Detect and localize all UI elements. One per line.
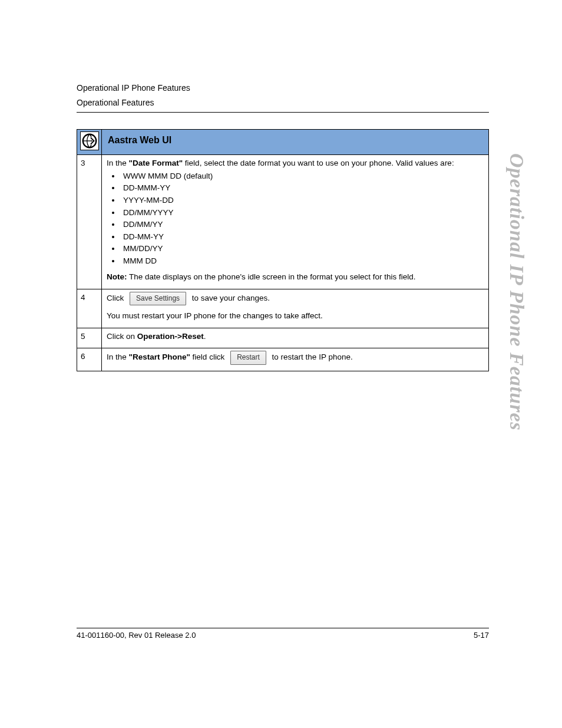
step-number: 5 xyxy=(77,328,102,348)
page-footer: 41-001160-00, Rev 01 Release 2.0 5-17 xyxy=(77,628,489,640)
table-row: 3 In the "Date Format" field, select the… xyxy=(77,155,489,289)
table-row: 5 Click on Operation->Reset. xyxy=(77,328,489,348)
running-header-line2: Operational Features xyxy=(77,97,489,108)
step5-pre: Click on xyxy=(107,332,137,341)
date-format-list: WWW MMM DD (default) DD-MMM-YY YYYY-MM-D… xyxy=(107,170,484,267)
step6-post: to restart the IP phone. xyxy=(272,353,353,362)
step6-bold: "Restart Phone" xyxy=(129,353,190,362)
table-title: Aastra Web UI xyxy=(102,129,489,155)
footer-rule xyxy=(77,628,489,628)
save-settings-button[interactable]: Save Settings xyxy=(130,292,186,305)
step3-intro-post: field, select the date format you want t… xyxy=(183,159,454,167)
restart-button[interactable]: Restart xyxy=(230,351,266,364)
step3-intro-bold: "Date Format" xyxy=(129,159,183,167)
procedure-table: Aastra Web UI 3 In the "Date Format" fie… xyxy=(77,129,489,371)
side-chapter-title: Operational IP Phone Features xyxy=(505,153,528,431)
header-icon-cell xyxy=(77,129,102,155)
step3-intro-pre: In the xyxy=(107,159,129,167)
footer-right: 5-17 xyxy=(474,631,489,640)
list-item: DD/MM/YYYY xyxy=(121,207,484,219)
list-item: MM/DD/YY xyxy=(121,243,484,255)
list-item: DD-MMM-YY xyxy=(121,182,484,194)
list-item: DD/MM/YY xyxy=(121,219,484,230)
table-row: 6 In the "Restart Phone" field click Res… xyxy=(77,348,489,371)
step6-mid: field click xyxy=(190,353,225,362)
step4-click-label: Click xyxy=(107,294,124,302)
step-content: Click on Operation->Reset. xyxy=(102,328,489,348)
globe-arrow-icon xyxy=(80,131,99,150)
list-item: WWW MMM DD (default) xyxy=(121,170,484,182)
note-text: The date displays on the phone's idle sc… xyxy=(127,272,416,281)
step4-restart-note: You must restart your IP phone for the c… xyxy=(107,310,484,322)
step-number: 3 xyxy=(77,155,102,289)
header-rule xyxy=(77,112,489,113)
table-header-row: Aastra Web UI xyxy=(77,129,489,155)
step-number: 6 xyxy=(77,348,102,371)
footer-left: 41-001160-00, Rev 01 Release 2.0 xyxy=(77,631,196,640)
step-content: In the "Date Format" field, select the d… xyxy=(102,155,489,289)
list-item: MMM DD xyxy=(121,255,484,267)
step-content: Click Save Settings to save your changes… xyxy=(102,289,489,328)
step4-after: to save your changes. xyxy=(192,294,270,302)
step-content: In the "Restart Phone" field click Resta… xyxy=(102,348,489,371)
list-item: YYYY-MM-DD xyxy=(121,195,484,206)
step-number: 4 xyxy=(77,289,102,328)
table-row: 4 Click Save Settings to save your chang… xyxy=(77,289,489,328)
note-label: Note: xyxy=(107,272,127,281)
running-header-line1: Operational IP Phone Features xyxy=(77,83,489,94)
list-item: DD-MM-YY xyxy=(121,231,484,243)
step3-note: Note: The date displays on the phone's i… xyxy=(107,271,484,283)
page-content: Operational IP Phone Features Operationa… xyxy=(77,83,489,371)
step5-bold: Operation->Reset xyxy=(137,332,204,341)
step6-pre: In the xyxy=(107,353,129,362)
step5-post: . xyxy=(204,332,206,341)
